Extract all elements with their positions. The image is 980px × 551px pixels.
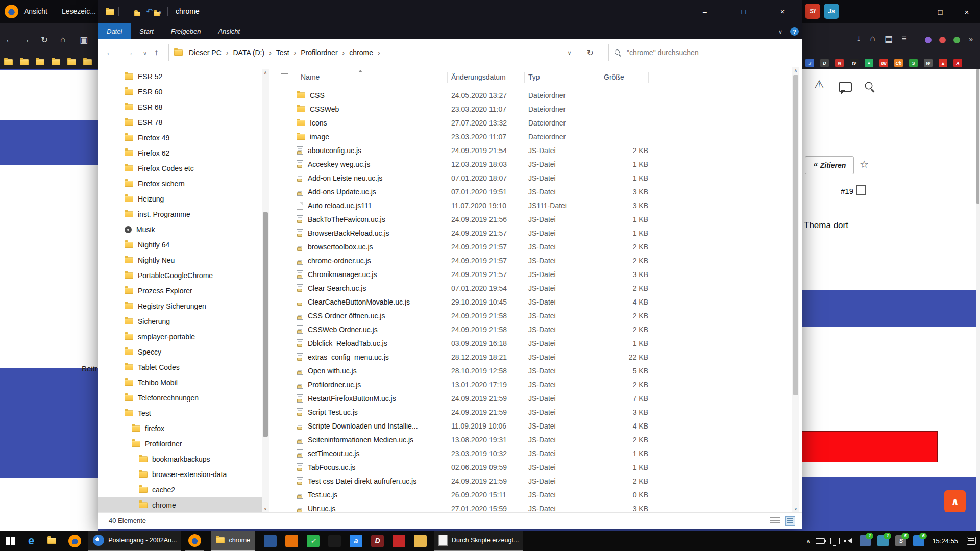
image[interactable]: image 23.03.2020 11:07 Dateiordner bbox=[276, 130, 792, 143]
Profilordner.uc.js[interactable]: Profilordner.uc.js 13.01.2020 17:19 JS-D… bbox=[276, 378, 792, 391]
BackToTheFavicon.uc.js[interactable]: BackToTheFavicon.uc.js 24.09.2019 21:56 … bbox=[276, 212, 792, 226]
Add-on Leiste neu.uc.js[interactable]: Add-on Leiste neu.uc.js 07.01.2020 18:07… bbox=[276, 171, 792, 185]
breadcrumb[interactable]: Dieser PC › DATA (D:) › Test › bbox=[168, 44, 599, 61]
Open with.uc.js[interactable]: Open with.uc.js 28.10.2019 12:58 JS-Date… bbox=[276, 364, 792, 378]
forward-icon[interactable]: → bbox=[21, 35, 30, 45]
browsertoolbox.uc.js[interactable]: browsertoolbox.uc.js 24.09.2019 21:57 JS… bbox=[276, 240, 792, 254]
tree-item[interactable]: Musik bbox=[98, 222, 262, 237]
tree-item[interactable]: ESR 68 bbox=[98, 99, 262, 115]
tree-item[interactable]: Firefox Codes etc bbox=[98, 161, 262, 176]
bookmark-favicon[interactable]: ▲ bbox=[939, 59, 947, 67]
app-icon-delphi[interactable]: D bbox=[371, 535, 384, 547]
CSSWeb[interactable]: CSSWeb 23.03.2020 11:07 Dateiordner bbox=[276, 102, 792, 116]
tray-app-icon[interactable]: 1 bbox=[860, 535, 871, 546]
history-dropdown-icon[interactable]: ∨ bbox=[143, 50, 147, 57]
bookmark-favicon[interactable]: W bbox=[924, 59, 933, 67]
app-icon-red[interactable] bbox=[393, 535, 405, 547]
addon-icon-2[interactable]: Js bbox=[824, 4, 839, 19]
addon-icon-1[interactable]: Sf bbox=[805, 4, 820, 19]
CSS[interactable]: CSS 24.05.2020 13:27 Dateiordner bbox=[276, 88, 792, 102]
bookmark-favicon[interactable]: A bbox=[953, 59, 962, 67]
search-input[interactable] bbox=[626, 48, 786, 57]
chrome-ordner.uc.js[interactable]: chrome-ordner.uc.js 24.09.2019 21:57 JS-… bbox=[276, 254, 792, 267]
TabFocus.uc.js[interactable]: TabFocus.uc.js 02.06.2019 09:59 JS-Datei… bbox=[276, 460, 792, 474]
toolbar-icon[interactable]: ⌂ bbox=[870, 34, 875, 44]
tray-chevron-icon[interactable]: ∧ bbox=[806, 538, 810, 544]
tree-item[interactable]: Firefox 62 bbox=[98, 145, 262, 161]
tree-item[interactable]: Tablet Codes bbox=[98, 360, 262, 375]
taskbar-button-posteingang[interactable]: Posteingang - 2002An... bbox=[88, 531, 181, 551]
tree-item[interactable]: Firefox sichern bbox=[98, 176, 262, 191]
refresh-icon[interactable]: ↻ bbox=[587, 48, 594, 58]
aboutconfig.uc.js[interactable]: aboutconfig.uc.js 24.09.2019 21:54 JS-Da… bbox=[276, 143, 792, 157]
ribbon-tab[interactable]: Ansicht bbox=[209, 23, 249, 39]
tree-scrollbar-thumb[interactable] bbox=[263, 212, 268, 437]
list-scrollbar-thumb[interactable] bbox=[793, 75, 798, 395]
breadcrumb-item[interactable]: DATA (D:) bbox=[231, 48, 266, 57]
addon-dot-icon[interactable] bbox=[939, 37, 946, 43]
search-page-icon[interactable] bbox=[864, 81, 875, 92]
scroll-up-icon[interactable]: ∧ bbox=[792, 67, 799, 74]
breadcrumb-separator-icon[interactable]: › bbox=[291, 48, 299, 57]
start-button[interactable] bbox=[6, 537, 15, 545]
Chronikmanager.uc.js[interactable]: Chronikmanager.uc.js 24.09.2019 21:57 JS… bbox=[276, 267, 792, 281]
battery-icon[interactable] bbox=[816, 538, 825, 544]
tree-item[interactable]: Heizung bbox=[98, 191, 262, 207]
thema-link[interactable]: Thema dort bbox=[804, 220, 848, 231]
taskbar-button-chrome[interactable]: chrome bbox=[211, 531, 255, 551]
qat-folder-icon[interactable] bbox=[134, 12, 140, 16]
tree-item[interactable]: ESR 52 bbox=[98, 69, 262, 84]
firefox-maximize-button[interactable]: □ bbox=[930, 4, 950, 19]
tree-item[interactable]: Profilordner bbox=[98, 436, 262, 452]
tree-item[interactable]: Registry Sicherungen bbox=[98, 298, 262, 314]
warning-icon[interactable]: ⚠ bbox=[814, 78, 824, 91]
tree-item[interactable]: browser-extension-data bbox=[98, 467, 262, 482]
Auto reload.uc.js111[interactable]: Auto reload.uc.js111 11.07.2020 19:10 JS… bbox=[276, 198, 792, 212]
bookmark-folder-icon[interactable] bbox=[20, 59, 29, 65]
bookmark-favicon[interactable]: J bbox=[805, 59, 814, 67]
bookmark-favicon[interactable]: D bbox=[820, 59, 829, 67]
volume-icon[interactable] bbox=[845, 538, 852, 543]
bookmark-folder-icon[interactable] bbox=[67, 59, 76, 65]
Dblclick_ReloadTab.uc.js[interactable]: Dblclick_ReloadTab.uc.js 03.09.2019 16:1… bbox=[276, 336, 792, 350]
address-dropdown-icon[interactable]: ∨ bbox=[568, 49, 572, 56]
ribbon-collapse-icon[interactable]: ∨ bbox=[778, 29, 782, 35]
CSS Ordner öffnen.uc.js[interactable]: CSS Ordner öffnen.uc.js 24.09.2019 21:58… bbox=[276, 309, 792, 322]
tree-item[interactable]: inst. Programme bbox=[98, 207, 262, 222]
menu-ansicht[interactable]: Ansicht bbox=[24, 7, 47, 15]
breadcrumb-separator-icon[interactable]: › bbox=[340, 48, 348, 57]
tree-item[interactable]: Prozess Explorer bbox=[98, 283, 262, 298]
tree-item[interactable]: bookmarkbackups bbox=[98, 452, 262, 467]
Uhr.uc.js[interactable]: Uhr.uc.js 27.01.2020 15:59 JS-Datei 3 KB bbox=[276, 502, 792, 512]
extras_config_menu.uc.js[interactable]: extras_config_menu.uc.js 28.12.2019 18:2… bbox=[276, 350, 792, 364]
overflow-chevron-icon[interactable]: » bbox=[969, 35, 973, 43]
ribbon-tab[interactable]: Freigeben bbox=[162, 23, 210, 39]
help-icon[interactable]: ? bbox=[790, 27, 799, 36]
scroll-down-icon[interactable]: ∨ bbox=[262, 505, 269, 512]
up-button[interactable]: ↑ bbox=[154, 47, 159, 58]
home-icon[interactable]: ⌂ bbox=[60, 35, 65, 45]
scroll-to-top-button[interactable]: ∧ bbox=[944, 490, 966, 512]
tree-scrollbar[interactable]: ∧ ∨ bbox=[262, 69, 269, 512]
details-view-button[interactable] bbox=[785, 516, 795, 526]
Test.uc.js[interactable]: Test.uc.js 26.09.2020 15:11 JS-Datei 0 K… bbox=[276, 488, 792, 502]
scroll-down-icon[interactable]: ∨ bbox=[792, 505, 799, 512]
app-icon-player[interactable] bbox=[264, 535, 277, 547]
tree-item[interactable]: Test bbox=[98, 406, 262, 421]
bookmark-folder-icon[interactable] bbox=[83, 59, 92, 65]
tree-item[interactable]: cache2 bbox=[98, 482, 262, 497]
Scripte Downloaden und Installie...[interactable]: Scripte Downloaden und Installie... 11.0… bbox=[276, 419, 792, 433]
bookmark-favicon[interactable]: Cb bbox=[894, 59, 903, 67]
back-icon[interactable]: ← bbox=[5, 35, 14, 45]
tree-item[interactable]: Nightly 64 bbox=[98, 237, 262, 253]
ribbon-tab[interactable]: Start bbox=[131, 23, 162, 39]
taskbar-button-skripte[interactable]: Durch Skripte erzeugt... bbox=[434, 531, 523, 551]
app-icon-orange[interactable] bbox=[285, 535, 298, 547]
zitieren-button[interactable]: “ Zitieren bbox=[805, 156, 854, 174]
ClearCacheButtonMovable.uc.js[interactable]: ClearCacheButtonMovable.uc.js 29.10.2019… bbox=[276, 295, 792, 309]
CSSWeb Ordner.uc.js[interactable]: CSSWeb Ordner.uc.js 24.09.2019 21:58 JS-… bbox=[276, 322, 792, 336]
toolbar-icon[interactable]: ↓ bbox=[856, 34, 861, 44]
column-header-date[interactable]: Änderungsdatum bbox=[451, 73, 506, 81]
breadcrumb-separator-icon[interactable]: › bbox=[224, 48, 231, 57]
Script Test.uc.js[interactable]: Script Test.uc.js 24.09.2019 21:59 JS-Da… bbox=[276, 405, 792, 419]
